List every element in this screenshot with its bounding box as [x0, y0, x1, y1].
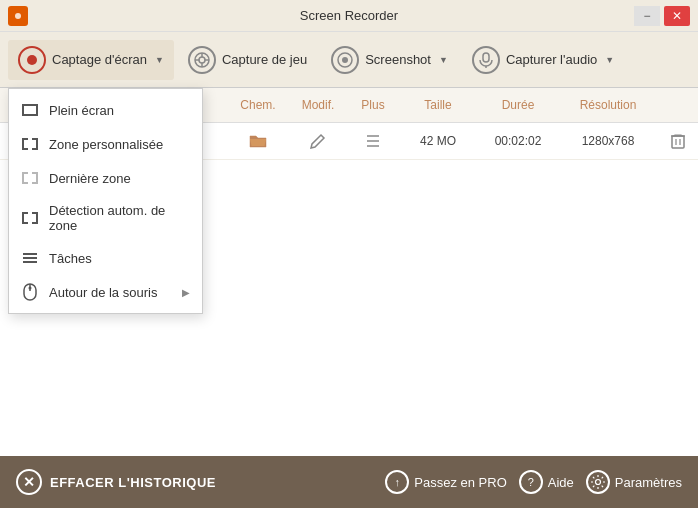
- screenshot-icon: [331, 46, 359, 74]
- open-folder-button[interactable]: [228, 129, 288, 153]
- cell-resolution: 1280x768: [558, 130, 658, 152]
- menu-item-auto-detect-label: Détection autom. de zone: [49, 203, 190, 233]
- game-icon: [188, 46, 216, 74]
- title-bar: Screen Recorder − ✕: [0, 0, 698, 32]
- col-header-duration[interactable]: Durée: [478, 94, 558, 116]
- settings-label: Paramètres: [615, 475, 682, 490]
- capture-game-button[interactable]: Capture de jeu: [178, 40, 317, 80]
- menu-item-around-mouse-label: Autour de la souris: [49, 285, 157, 300]
- col-header-path[interactable]: Chem.: [228, 94, 288, 116]
- capture-screen-arrow: ▼: [155, 55, 164, 65]
- capture-game-label: Capture de jeu: [222, 52, 307, 67]
- pro-label: Passez en PRO: [414, 475, 507, 490]
- cell-duration: 00:02:02: [478, 130, 558, 152]
- svg-point-3: [199, 57, 205, 63]
- menu-item-tasks[interactable]: Tâches: [9, 241, 202, 275]
- pro-button[interactable]: ↑ Passez en PRO: [385, 470, 507, 494]
- col-header-plus[interactable]: Plus: [348, 94, 398, 116]
- menu-item-auto-detect[interactable]: Détection autom. de zone: [9, 195, 202, 241]
- menu-item-last-zone[interactable]: Dernière zone: [9, 161, 202, 195]
- menu-item-custom-zone-label: Zone personnalisée: [49, 137, 163, 152]
- clear-history-button[interactable]: ✕ EFFACER L'HISTORIQUE: [16, 469, 216, 495]
- more-options-button[interactable]: [348, 130, 398, 152]
- auto-detect-icon: [21, 209, 39, 227]
- minimize-button[interactable]: −: [634, 6, 660, 26]
- delete-button[interactable]: [658, 129, 698, 153]
- audio-arrow: ▼: [605, 55, 614, 65]
- capture-dropdown-menu: Plein écran Zone personnalisée Dernière …: [8, 88, 203, 314]
- capture-audio-button[interactable]: Capturer l'audio ▼: [462, 40, 624, 80]
- mouse-icon: [21, 283, 39, 301]
- menu-item-custom-zone[interactable]: Zone personnalisée: [9, 127, 202, 161]
- col-header-size[interactable]: Taille: [398, 94, 478, 116]
- svg-point-21: [29, 287, 32, 290]
- svg-point-9: [342, 57, 348, 63]
- settings-icon: [586, 470, 610, 494]
- bottom-right-buttons: ↑ Passez en PRO ? Aide Paramètres: [385, 470, 682, 494]
- screenshot-arrow: ▼: [439, 55, 448, 65]
- capture-audio-label: Capturer l'audio: [506, 52, 597, 67]
- window-controls: − ✕: [634, 6, 690, 26]
- menu-item-around-mouse[interactable]: Autour de la souris ▶: [9, 275, 202, 309]
- screenshot-button[interactable]: Screenshot ▼: [321, 40, 458, 80]
- fullscreen-icon: [21, 101, 39, 119]
- clear-icon: ✕: [16, 469, 42, 495]
- toolbar: Captage d'écran ▼ Capture de jeu Screens…: [0, 32, 698, 88]
- window-title: Screen Recorder: [300, 8, 398, 23]
- tasks-icon: [21, 249, 39, 267]
- svg-point-1: [15, 13, 21, 19]
- clear-history-label: EFFACER L'HISTORIQUE: [50, 475, 216, 490]
- menu-item-fullscreen[interactable]: Plein écran: [9, 93, 202, 127]
- app-logo: [8, 6, 28, 26]
- submenu-arrow-icon: ▶: [182, 287, 190, 298]
- menu-item-tasks-label: Tâches: [49, 251, 92, 266]
- capture-screen-button[interactable]: Captage d'écran ▼: [8, 40, 174, 80]
- help-icon: ?: [519, 470, 543, 494]
- audio-icon: [472, 46, 500, 74]
- col-header-resolution[interactable]: Résolution: [558, 94, 658, 116]
- pro-icon: ↑: [385, 470, 409, 494]
- close-button[interactable]: ✕: [664, 6, 690, 26]
- svg-rect-10: [483, 53, 489, 62]
- screenshot-label: Screenshot: [365, 52, 431, 67]
- capture-screen-label: Captage d'écran: [52, 52, 147, 67]
- svg-point-22: [595, 480, 600, 485]
- col-header-delete: [658, 94, 698, 116]
- edit-button[interactable]: [288, 129, 348, 153]
- menu-item-fullscreen-label: Plein écran: [49, 103, 114, 118]
- custom-zone-icon: [21, 135, 39, 153]
- svg-rect-15: [672, 136, 684, 148]
- col-header-modif[interactable]: Modif.: [288, 94, 348, 116]
- bottom-bar: ✕ EFFACER L'HISTORIQUE ↑ Passez en PRO ?…: [0, 456, 698, 508]
- last-zone-icon: [21, 169, 39, 187]
- cell-size: 42 MO: [398, 130, 478, 152]
- menu-item-last-zone-label: Dernière zone: [49, 171, 131, 186]
- record-icon: [18, 46, 46, 74]
- help-button[interactable]: ? Aide: [519, 470, 574, 494]
- settings-button[interactable]: Paramètres: [586, 470, 682, 494]
- help-label: Aide: [548, 475, 574, 490]
